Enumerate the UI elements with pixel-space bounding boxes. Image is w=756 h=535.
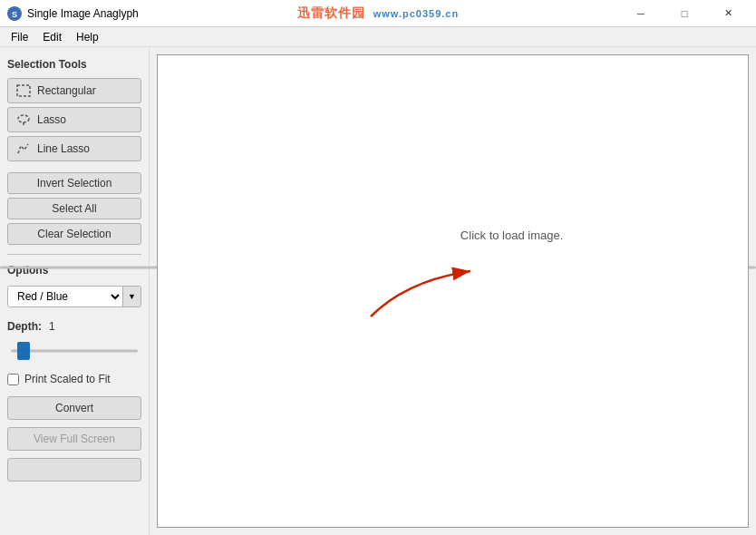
empty-placeholder bbox=[7, 458, 141, 482]
depth-value: 1 bbox=[49, 320, 55, 333]
svg-point-3 bbox=[18, 115, 29, 122]
print-scaled-row: Print Scaled to Fit bbox=[7, 373, 141, 385]
line-lasso-tool-button[interactable]: Line Lasso bbox=[7, 136, 141, 161]
rectangular-tool-label: Rectangular bbox=[37, 84, 96, 97]
watermark-text: 迅雷软件园 www.pc0359.cn bbox=[297, 5, 459, 22]
print-scaled-checkbox[interactable] bbox=[7, 374, 19, 385]
line-lasso-tool-label: Line Lasso bbox=[37, 142, 90, 155]
depth-slider-container bbox=[7, 342, 141, 360]
svg-text:S: S bbox=[12, 10, 17, 19]
window-controls: ─ □ ✕ bbox=[620, 0, 749, 27]
sidebar: Selection Tools Rectangular Lasso bbox=[0, 47, 150, 535]
separator-1 bbox=[7, 254, 141, 255]
close-button[interactable]: ✕ bbox=[707, 0, 749, 27]
line-lasso-icon bbox=[15, 141, 32, 157]
rectangular-tool-button[interactable]: Rectangular bbox=[7, 78, 141, 103]
main-layout: Selection Tools Rectangular Lasso bbox=[0, 47, 756, 535]
minimize-button[interactable]: ─ bbox=[620, 0, 662, 27]
color-mode-dropdown[interactable]: Red / Blue Red / Green Red / Cyan Green … bbox=[7, 286, 141, 307]
app-icon: S bbox=[7, 6, 22, 21]
menu-edit[interactable]: Edit bbox=[35, 29, 69, 45]
canvas-hint-text: Click to load image. bbox=[460, 228, 563, 241]
depth-label: Depth: bbox=[7, 320, 42, 333]
window-title: Single Image Anaglyph bbox=[27, 7, 139, 20]
slider-track bbox=[0, 267, 150, 269]
dropdown-arrow-icon: ▼ bbox=[122, 287, 141, 306]
clear-selection-button[interactable]: Clear Selection bbox=[7, 223, 141, 245]
lasso-tool-button[interactable]: Lasso bbox=[7, 107, 141, 132]
svg-rect-2 bbox=[17, 85, 30, 96]
title-bar: S Single Image Anaglyph 迅雷软件园 www.pc0359… bbox=[0, 0, 756, 27]
canvas-area[interactable]: Click to load image. bbox=[157, 54, 749, 528]
title-bar-left: S Single Image Anaglyph bbox=[7, 6, 139, 21]
print-scaled-label[interactable]: Print Scaled to Fit bbox=[24, 373, 111, 385]
hint-arrow bbox=[334, 253, 516, 335]
lasso-icon bbox=[15, 112, 32, 128]
color-mode-select[interactable]: Red / Blue Red / Green Red / Cyan Green … bbox=[8, 287, 122, 306]
watermark-url: www.pc0359.cn bbox=[373, 8, 460, 19]
invert-selection-button[interactable]: Invert Selection bbox=[7, 172, 141, 194]
lasso-tool-label: Lasso bbox=[37, 113, 66, 126]
rectangular-icon bbox=[15, 83, 32, 99]
fullscreen-button[interactable]: View Full Screen bbox=[7, 427, 141, 451]
depth-slider[interactable] bbox=[11, 342, 138, 360]
menu-bar: File Edit Help bbox=[0, 27, 756, 47]
select-all-button[interactable]: Select All bbox=[7, 198, 141, 219]
menu-file[interactable]: File bbox=[4, 29, 35, 45]
convert-button[interactable]: Convert bbox=[7, 396, 141, 420]
menu-help[interactable]: Help bbox=[69, 29, 106, 45]
maximize-button[interactable]: □ bbox=[664, 0, 705, 27]
selection-tools-label: Selection Tools bbox=[7, 58, 141, 71]
depth-row: Depth: 1 bbox=[7, 320, 141, 333]
